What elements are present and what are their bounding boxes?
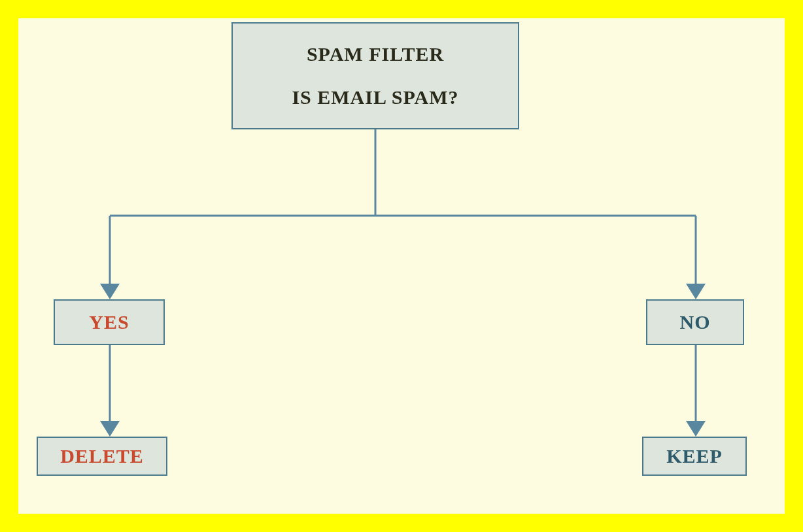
root-question: IS EMAIL SPAM? <box>292 86 458 108</box>
root-node: SPAM FILTER IS EMAIL SPAM? <box>231 22 519 129</box>
branch-yes-label: YES <box>89 311 129 333</box>
branch-no-node: NO <box>646 299 744 345</box>
branch-no-label: NO <box>680 311 711 333</box>
root-title: SPAM FILTER <box>307 43 444 65</box>
action-keep-node: KEEP <box>642 437 747 476</box>
action-delete-node: DELETE <box>37 437 167 476</box>
flowchart-canvas: SPAM FILTER IS EMAIL SPAM? YES NO DELETE… <box>18 18 785 514</box>
action-delete-label: DELETE <box>60 445 144 467</box>
action-keep-label: KEEP <box>666 445 723 467</box>
branch-yes-node: YES <box>54 299 165 345</box>
